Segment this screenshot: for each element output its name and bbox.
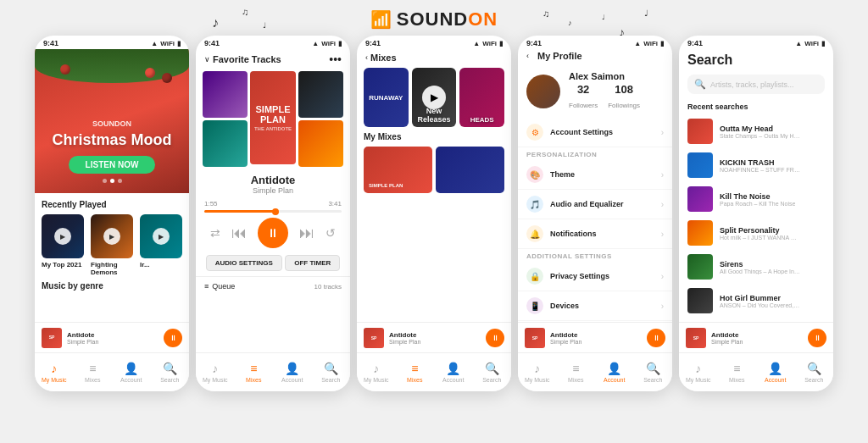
next-button[interactable]: ⏭ xyxy=(299,224,314,242)
nav-mixes-1[interactable]: ≡ Mixes xyxy=(74,362,113,383)
profile-back-button[interactable]: ‹ My Profile xyxy=(526,51,582,61)
sr-info-3: Split Personality Hot milk – I JUST WANN… xyxy=(720,226,800,241)
nav-account-5[interactable]: 👤 Account xyxy=(756,362,795,383)
notifications-icon: 🔔 xyxy=(526,225,543,242)
search-result-2[interactable]: Kill The Noise Papa Roach – Kill The Noi… xyxy=(679,182,833,216)
np-play-button-3[interactable]: ⏸ xyxy=(486,329,504,347)
nav-my-music-4[interactable]: ♪ My Music xyxy=(518,362,557,383)
sr-info-0: Outta My Head State Champs – Outta My He… xyxy=(720,125,800,139)
status-bar-5: 9:41 ▲ WiFi ▮ xyxy=(679,36,833,49)
nav-mixes-4[interactable]: ≡ Mixes xyxy=(557,362,596,383)
mix-item-3[interactable]: HEADS xyxy=(459,68,504,127)
theme-icon: 🎨 xyxy=(526,166,543,183)
mixes-title: Mixes xyxy=(370,53,397,63)
nav-search-5[interactable]: 🔍 Search xyxy=(795,362,834,383)
nav-my-music-1[interactable]: ♪ My Music xyxy=(35,362,74,383)
np-thumb-5: SP xyxy=(686,328,706,348)
track-title: Antidote xyxy=(204,174,342,186)
search-input-placeholder: Artists, tracks, playlists... xyxy=(710,80,794,89)
account-settings-item[interactable]: ⚙ Account Settings › xyxy=(518,118,672,147)
search-result-5[interactable]: Hot Girl Bummer ANSON – Did You Covered,… xyxy=(679,284,833,318)
audio-equalizer-item[interactable]: 🎵 Audio and Equalizer › xyxy=(518,190,672,219)
tracks-count: 10 tracks xyxy=(314,283,342,291)
prev-button[interactable]: ⏮ xyxy=(231,224,247,242)
album-1[interactable] xyxy=(203,71,248,118)
album-5[interactable] xyxy=(298,120,343,167)
album-3[interactable] xyxy=(298,71,343,118)
nav-mixes-5[interactable]: ≡ Mixes xyxy=(718,362,757,383)
repeat-button[interactable]: ↺ xyxy=(326,226,336,240)
shuffle-button[interactable]: ⇄ xyxy=(210,226,220,240)
theme-item[interactable]: 🎨 Theme › xyxy=(518,160,672,190)
search-result-1[interactable]: KICKIN TRASH NOAHFINNCE – STUFF FROM MY … xyxy=(679,148,833,182)
nav-my-music-3[interactable]: ♪ My Music xyxy=(357,362,396,383)
more-button-2[interactable]: ••• xyxy=(329,53,342,66)
followings-stat: 108 Followings xyxy=(608,83,640,111)
wifi-icon: WiFi xyxy=(160,40,175,47)
progress-fill xyxy=(204,210,275,213)
battery-icon-5: ▮ xyxy=(821,40,825,47)
rp-item-1[interactable]: ▶ My Top 2021 xyxy=(42,214,84,276)
my-music-icon-3: ♪ xyxy=(373,362,379,375)
album-4[interactable] xyxy=(203,120,248,167)
nav-mixes-3[interactable]: ≡ Mixes xyxy=(396,362,435,383)
back-button-3[interactable]: ‹ Mixes xyxy=(365,53,397,63)
nav-my-music-5[interactable]: ♪ My Music xyxy=(679,362,718,383)
search-input-icon: 🔍 xyxy=(694,79,706,90)
devices-item[interactable]: 📱 Devices › xyxy=(518,291,672,321)
privacy-icon: 🔒 xyxy=(526,268,543,285)
back-button-2[interactable]: ∨ Favorite Tracks xyxy=(204,54,281,64)
listen-now-button[interactable]: LISTEN NOW xyxy=(69,156,156,174)
play-overlay-2: ▶ xyxy=(103,228,120,245)
nav-account-1[interactable]: 👤 Account xyxy=(112,362,151,383)
nav-account-2[interactable]: 👤 Account xyxy=(273,362,312,383)
account-settings-label: Account Settings xyxy=(550,128,613,136)
battery-icon-4: ▮ xyxy=(660,40,664,47)
phone-my-music: 9:41 ▲ WiFi ▮ SOUNDON Christmas Mood LIS… xyxy=(35,36,189,391)
sr-subtitle-1: NOAHFINNCE – STUFF FROM MY BRAIN xyxy=(720,167,800,173)
sr-title-3: Split Personality xyxy=(720,226,800,235)
profile-screen-title: My Profile xyxy=(537,51,582,61)
nav-my-music-2[interactable]: ♪ My Music xyxy=(196,362,235,383)
play-overlay-3: ▶ xyxy=(153,228,170,245)
search-result-4[interactable]: Sirens All Good Things – A Hope In Hell xyxy=(679,250,833,284)
off-timer-button[interactable]: OFF TIMER xyxy=(285,255,340,271)
search-result-0[interactable]: Outta My Head State Champs – Outta My He… xyxy=(679,114,833,148)
nav-search-2[interactable]: 🔍 Search xyxy=(312,362,351,383)
rp-label-1: My Top 2021 xyxy=(42,261,84,269)
search-input-container[interactable]: 🔍 Artists, tracks, playlists... xyxy=(687,75,825,94)
queue-label[interactable]: ≡ Queue xyxy=(204,282,235,291)
mix-item-center[interactable]: ▶ New Releases xyxy=(412,68,457,127)
christmas-hero: SOUNDON Christmas Mood LISTEN NOW xyxy=(35,49,189,193)
nav-account-4[interactable]: 👤 Account xyxy=(595,362,634,383)
privacy-settings-item[interactable]: 🔒 Privacy Settings › xyxy=(518,262,672,291)
chevron-right-icon-3: › xyxy=(661,200,664,209)
mix-item-1[interactable]: RUNAWAY xyxy=(364,68,409,127)
my-music-icon-2: ♪ xyxy=(212,362,218,375)
progress-thumb xyxy=(272,208,279,215)
np-play-button-5[interactable]: ⏸ xyxy=(808,329,826,347)
album-simple-plan[interactable]: SIMPLEPLAN THE ANTIDOTE xyxy=(250,71,295,164)
nav-mixes-2[interactable]: ≡ Mixes xyxy=(235,362,274,383)
search-result-3[interactable]: Split Personality Hot milk – I JUST WANN… xyxy=(679,216,833,250)
np-play-button-4[interactable]: ⏸ xyxy=(647,329,665,347)
recently-played-title: Recently Played xyxy=(42,200,182,209)
notifications-item[interactable]: 🔔 Notifications › xyxy=(518,219,672,249)
rp-item-2[interactable]: ▶ Fighting Demons xyxy=(91,214,133,276)
queue-bar: ≡ Queue 10 tracks xyxy=(196,277,350,296)
play-pause-button[interactable]: ⏸ xyxy=(258,218,288,248)
nav-search-1[interactable]: 🔍 Search xyxy=(151,362,190,383)
rp-item-3[interactable]: ▶ Ir... xyxy=(140,214,182,276)
np-play-button-1[interactable]: ⏸ xyxy=(164,329,182,347)
search-icon: 🔍 xyxy=(163,362,177,375)
audio-settings-button[interactable]: AUDIO SETTINGS xyxy=(206,255,282,271)
progress-track[interactable] xyxy=(204,210,342,213)
chevron-right-icon-4: › xyxy=(661,230,664,239)
my-mix-1[interactable]: SIMPLE PLAN xyxy=(364,147,432,193)
my-mix-2[interactable] xyxy=(436,147,504,193)
np-info-5: Antidote Simple Plan xyxy=(711,331,803,345)
nav-search-3[interactable]: 🔍 Search xyxy=(473,362,512,383)
mixes-icon: ≡ xyxy=(89,362,96,375)
nav-search-4[interactable]: 🔍 Search xyxy=(634,362,673,383)
nav-account-3[interactable]: 👤 Account xyxy=(434,362,473,383)
